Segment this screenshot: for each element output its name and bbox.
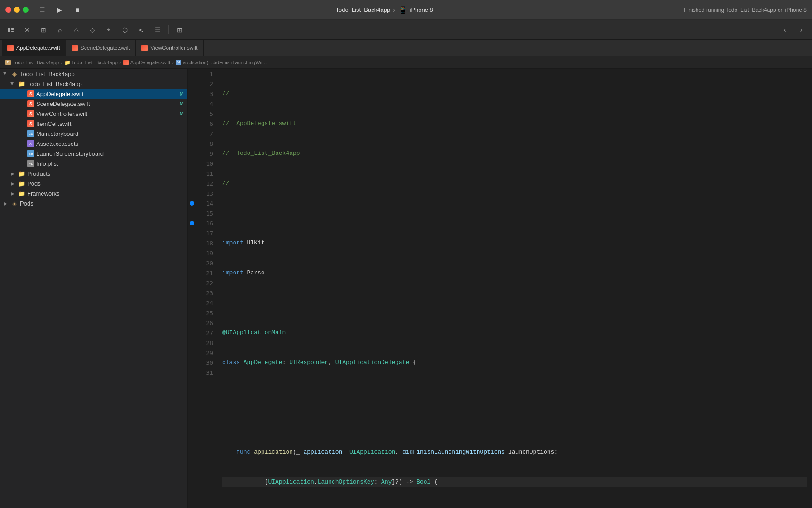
tab-appdelegate[interactable]: AppDelegate.swift (2, 40, 66, 56)
code-editor[interactable]: 1 2 3 4 5 6 7 8 9 10 11 12 13 14 15 (188, 69, 812, 508)
breakpoint-dot (190, 221, 194, 225)
breakpoint-dot (190, 201, 194, 206)
expand-arrow: ▶ (2, 70, 9, 77)
line-num-20: 20 (188, 258, 217, 268)
breadcrumb-folder[interactable]: 📁 Todo_List_Back4app (64, 60, 118, 65)
line-num-11: 11 (188, 168, 217, 178)
close-nav-button[interactable]: ✕ (20, 24, 34, 36)
expand-arrow: ▶ (9, 170, 16, 177)
tab-label-viewcontroller: ViewController.swift (150, 45, 197, 51)
tab-viewcontroller[interactable]: ViewController.swift (136, 40, 203, 56)
breadcrumb-root[interactable]: P Todo_List_Back4app (5, 60, 59, 65)
infoplist-label: Info.plist (36, 160, 184, 167)
view-toggle[interactable]: ⊞ (172, 24, 187, 36)
line-num-17: 17 (188, 228, 217, 238)
code-line-14: [UIApplication.LaunchOptionsKey: Any]?) … (222, 477, 807, 487)
sidebar-item-launchscreen[interactable]: SB LaunchScreen.storyboard (0, 149, 187, 158)
git-button[interactable]: ⊲ (134, 24, 148, 36)
swift-file-icon: S (27, 90, 34, 97)
tab-label-scenedelegate: SceneDelegate.swift (81, 45, 130, 51)
expand-arrow: ▶ (9, 80, 16, 87)
test-button[interactable]: ⬡ (118, 24, 132, 36)
sidebar-item-appdelegate[interactable]: S AppDelegate.swift M (0, 89, 187, 99)
folder-icon: 📁 (64, 60, 70, 65)
sidebar-item-infoplist[interactable]: PL Info.plist (0, 158, 187, 168)
line-num-23: 23 (188, 288, 217, 298)
line-num-19: 19 (188, 248, 217, 258)
breadcrumb-file[interactable]: AppDelegate.swift (123, 60, 171, 65)
line-num-7: 7 (188, 129, 217, 139)
breakpoint-button[interactable]: ⌖ (101, 24, 116, 36)
line-num-28: 28 (188, 338, 217, 348)
sidebar-item-frameworks[interactable]: ▶ 📁 Frameworks (0, 188, 187, 198)
title-center: Todo_List_Back4app › 📱 iPhone 8 (88, 5, 680, 14)
line-num-22: 22 (188, 278, 217, 288)
toolbar-separator (168, 25, 169, 34)
sidebar-item-scenedelegate[interactable]: S SceneDelegate.swift M (0, 99, 187, 109)
code-line-12 (222, 417, 807, 427)
tab-scenedelegate[interactable]: SceneDelegate.swift (66, 40, 136, 56)
hierarchy-button[interactable]: ⊞ (36, 24, 51, 36)
assets-label: Assets.xcassets (36, 140, 184, 147)
warning-button[interactable]: ⚠ (69, 24, 83, 36)
modified-badge: M (180, 91, 184, 96)
code-content[interactable]: // // AppDelegate.swift // Todo_List_Bac… (217, 69, 812, 508)
sidebar-toggle-button[interactable]: ☰ (36, 4, 48, 16)
scenedelegate-label: SceneDelegate.swift (36, 101, 176, 107)
line-num-30: 30 (188, 358, 217, 368)
sidebar-item-assets[interactable]: A Assets.xcassets (0, 139, 187, 149)
code-line-10: class AppDelegate: UIResponder, UIApplic… (222, 358, 807, 368)
nav-forward[interactable]: › (794, 24, 808, 36)
project-file-icon: ◈ (11, 70, 18, 77)
assets-icon: A (27, 140, 34, 147)
breadcrumb-method[interactable]: M application(_:didFinishLaunchingWit... (176, 60, 267, 65)
navigator-toggle[interactable] (4, 24, 18, 36)
tab-bar: AppDelegate.swift SceneDelegate.swift Vi… (0, 40, 812, 56)
toolbar: ✕ ⊞ ⌕ ⚠ ◇ ⌖ ⬡ ⊲ ☰ ⊞ ‹ › (0, 20, 812, 40)
swift-icon (123, 60, 129, 65)
stop-button[interactable]: ■ (70, 4, 85, 16)
fullscreen-button[interactable] (23, 7, 29, 13)
device-label[interactable]: iPhone 8 (410, 6, 433, 13)
minimize-button[interactable] (14, 7, 20, 13)
swift-file-icon: S (27, 100, 34, 107)
expand-arrow: ▶ (9, 180, 16, 187)
search-button[interactable]: ⌕ (53, 24, 67, 36)
sidebar-item-root-project[interactable]: ▶ ◈ Todo_List_Back4app (0, 69, 187, 79)
code-line-3: // Todo_List_Back4app (222, 149, 807, 158)
sidebar-item-pods-root[interactable]: ▶ ◈ Pods (0, 198, 187, 208)
bookmark-button[interactable]: ◇ (85, 24, 100, 36)
sidebar-item-mainstoryboard[interactable]: SB Main.storyboard (0, 129, 187, 139)
method-icon: M (176, 60, 181, 65)
sidebar-item-itemcell[interactable]: S ItemCell.swift (0, 119, 187, 129)
nav-back[interactable]: ‹ (778, 24, 792, 36)
line-num-31: 31 (188, 368, 217, 378)
appdelegate-label: AppDelegate.swift (36, 91, 176, 97)
storyboard-icon: SB (27, 130, 34, 137)
code-line-11 (222, 388, 807, 398)
line-num-14: 14 (188, 198, 217, 208)
line-num-12: 12 (188, 178, 217, 188)
line-num-9: 9 (188, 149, 217, 158)
line-num-15: 15 (188, 208, 217, 218)
plist-icon: PL (27, 160, 34, 167)
folder-icon: 📁 (18, 180, 25, 187)
storyboard-icon: SB (27, 150, 34, 157)
pods-root-label: Pods (20, 200, 184, 207)
sidebar-item-viewcontroller[interactable]: S ViewController.swift M (0, 109, 187, 119)
swift-file-icon: S (27, 110, 34, 117)
line-num-3: 3 (188, 89, 217, 99)
sidebar-item-pods-inner[interactable]: ▶ 📁 Pods (0, 178, 187, 188)
code-line-5 (222, 208, 807, 218)
launchscreen-label: LaunchScreen.storyboard (36, 150, 184, 157)
code-line-1: // (222, 89, 807, 99)
sidebar-item-products[interactable]: ▶ 📁 Products (0, 168, 187, 178)
code-line-13: func application(_ application: UIApplic… (222, 447, 807, 457)
sidebar-item-folder[interactable]: ▶ 📁 Todo_List_Back4app (0, 79, 187, 89)
svg-rect-3 (11, 31, 14, 32)
code-area[interactable]: 1 2 3 4 5 6 7 8 9 10 11 12 13 14 15 (188, 69, 812, 508)
close-button[interactable] (5, 7, 11, 13)
tab-label-appdelegate: AppDelegate.swift (16, 45, 60, 51)
report-button[interactable]: ☰ (150, 24, 165, 36)
run-button[interactable]: ▶ (52, 4, 67, 16)
